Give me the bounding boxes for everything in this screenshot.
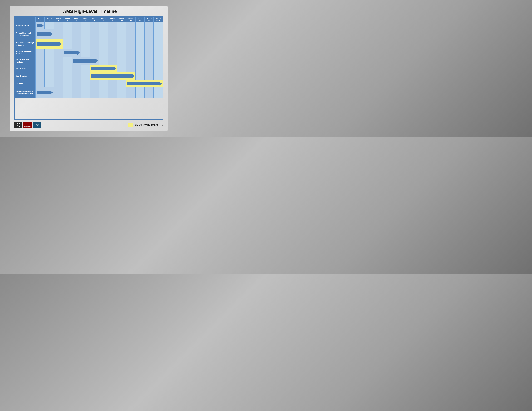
arrow-cell [63, 49, 81, 57]
table-row: Software Installation, Validation [15, 49, 163, 57]
empty-cell [145, 22, 154, 29]
task-label: Project Kick-off [15, 22, 36, 29]
empty-cell [63, 87, 72, 98]
arrow-cell [36, 29, 54, 39]
empty-cell [90, 29, 99, 39]
empty-cell [117, 87, 126, 98]
col-month12: Month12 [135, 17, 144, 22]
col-month11: Month11 [126, 17, 135, 22]
arrow-cell [36, 87, 54, 98]
empty-cell [45, 22, 54, 29]
empty-cell [126, 65, 135, 72]
empty-cell [126, 87, 135, 98]
table-row: Data & Interface validation [15, 57, 163, 65]
empty-cell [117, 57, 126, 65]
empty-cell [45, 49, 54, 57]
empty-cell [81, 80, 90, 87]
empty-cell [154, 39, 163, 49]
arrow-cell [90, 65, 117, 72]
empty-cell [81, 72, 90, 80]
empty-cell [99, 80, 108, 87]
slide-title: TAMS High-Level Timeline [14, 9, 163, 14]
legend-color-box [127, 123, 133, 127]
empty-cell [126, 57, 135, 65]
empty-cell [108, 39, 117, 49]
logo-deo: DEQ State of Oregon [33, 122, 41, 128]
empty-cell [72, 80, 81, 87]
empty-cell [154, 57, 163, 65]
logos: J[ Oregon Department of Agriculture DEQ … [14, 122, 41, 128]
col-month8: Month8 [99, 17, 108, 22]
task-label: Develop Transition & Communication Plan [15, 87, 36, 98]
empty-cell [81, 22, 90, 29]
empty-cell [154, 22, 163, 29]
logo-oregon: Oregon Department of Agriculture [23, 122, 32, 128]
slide: TAMS High-Level Timeline Month1 Month2 M… [10, 6, 168, 131]
empty-cell [108, 29, 117, 39]
empty-cell [63, 39, 72, 49]
empty-cell [117, 29, 126, 39]
legend: SME's involvement 2 [127, 123, 163, 127]
empty-cell [145, 29, 154, 39]
empty-cell [63, 22, 72, 29]
empty-cell [145, 65, 154, 72]
empty-cell [45, 57, 54, 65]
empty-cell [117, 49, 126, 57]
empty-cell [54, 80, 63, 87]
empty-cell [54, 29, 63, 39]
empty-cell [126, 39, 135, 49]
arrow-cell [36, 39, 63, 49]
empty-cell [36, 72, 45, 80]
empty-cell [63, 80, 72, 87]
col-month9: Month9 [108, 17, 117, 22]
arrow-cell [90, 72, 136, 80]
col-month10: Month10 [117, 17, 126, 22]
empty-cell [45, 80, 54, 87]
empty-cell [145, 72, 154, 80]
empty-cell [54, 65, 63, 72]
empty-cell [126, 22, 135, 29]
empty-cell [108, 87, 117, 98]
empty-cell [135, 49, 144, 57]
task-label: Go -Live [15, 80, 36, 87]
task-label: User Training [15, 72, 36, 80]
empty-cell [54, 22, 63, 29]
empty-cell [90, 80, 99, 87]
empty-cell [145, 57, 154, 65]
task-label: Project Planning & Core Team Training [15, 29, 36, 39]
gantt-chart: Month1 Month2 Month3 Month4 Month5 Month… [14, 16, 163, 120]
empty-cell [36, 57, 45, 65]
empty-cell [99, 39, 108, 49]
empty-cell [36, 65, 45, 72]
empty-cell [108, 49, 117, 57]
empty-cell [45, 72, 54, 80]
empty-cell [145, 49, 154, 57]
empty-cell [108, 22, 117, 29]
empty-cell [154, 49, 163, 57]
task-label: Assessment & Design of System [15, 39, 36, 49]
empty-cell [81, 29, 90, 39]
col-month2: Month2 [45, 17, 54, 22]
arrow-cell [36, 22, 45, 29]
empty-cell [72, 39, 81, 49]
empty-cell [135, 65, 144, 72]
empty-cell [135, 72, 144, 80]
empty-cell [81, 87, 90, 98]
logo-main: J[ [14, 122, 22, 128]
empty-cell [154, 72, 163, 80]
empty-cell [126, 49, 135, 57]
col-month4: Month4 [63, 17, 72, 22]
empty-cell [72, 87, 81, 98]
empty-cell [63, 72, 72, 80]
table-row: Project Planning & Core Team Training [15, 29, 163, 39]
table-row: User Testing [15, 65, 163, 72]
empty-cell [154, 65, 163, 72]
empty-cell [90, 87, 99, 98]
task-label: Software Installation, Validation [15, 49, 36, 57]
header-row: Month1 Month2 Month3 Month4 Month5 Month… [15, 17, 163, 22]
col-month14-18: Month14-18 [154, 17, 163, 22]
empty-cell [145, 87, 154, 98]
empty-cell [99, 49, 108, 57]
gantt-table: Month1 Month2 Month3 Month4 Month5 Month… [15, 17, 163, 98]
page-number: 2 [162, 124, 163, 126]
